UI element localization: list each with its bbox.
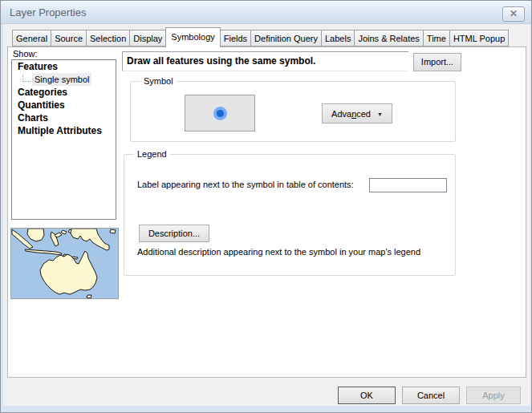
cancel-button[interactable]: Cancel bbox=[402, 387, 460, 404]
window-title: Layer Properties bbox=[10, 6, 86, 18]
close-button[interactable]: ✕ bbox=[502, 6, 525, 22]
tab-definition-query[interactable]: Definition Query bbox=[251, 30, 322, 47]
import-button[interactable]: Import... bbox=[413, 53, 461, 71]
symbol-group-label: Symbol bbox=[140, 75, 177, 87]
symbol-preview-button[interactable] bbox=[185, 95, 255, 132]
tab-time[interactable]: Time bbox=[424, 30, 450, 47]
tab-source[interactable]: Source bbox=[51, 30, 87, 47]
close-icon: ✕ bbox=[510, 8, 518, 19]
show-item-multiple-attributes[interactable]: Multiple Attributes bbox=[12, 124, 116, 137]
legend-groupbox: Legend Label appearing next to the symbo… bbox=[124, 154, 456, 276]
dropdown-arrow-icon: ▼ bbox=[377, 111, 383, 117]
legend-label-input[interactable] bbox=[369, 178, 447, 192]
tab-general[interactable]: General bbox=[12, 30, 51, 47]
tab-html-popup[interactable]: HTML Popup bbox=[450, 30, 509, 47]
selected-item-label: Single symbol bbox=[32, 73, 91, 86]
show-label: Show: bbox=[13, 49, 38, 59]
description-button[interactable]: Description... bbox=[139, 225, 209, 242]
layer-properties-dialog: Layer Properties ✕ General Source Select… bbox=[0, 0, 532, 413]
show-item-charts[interactable]: Charts bbox=[12, 111, 116, 124]
drawing-method-heading: Draw all features using the same symbol. bbox=[122, 51, 408, 71]
legend-label-caption: Label appearing next to the symbol in ta… bbox=[137, 180, 354, 189]
dialog-content: General Source Selection Display Symbolo… bbox=[3, 24, 530, 406]
titlebar[interactable]: Layer Properties ✕ bbox=[1, 1, 531, 24]
symbology-tab-page: Show: Features Single symbol Categories … bbox=[7, 47, 526, 378]
advanced-label: Advanced bbox=[331, 109, 371, 119]
show-tree-list: Features Single symbol Categories Quanti… bbox=[11, 59, 116, 220]
tab-strip: General Source Selection Display Symbolo… bbox=[12, 27, 509, 47]
show-item-features[interactable]: Features bbox=[12, 60, 116, 73]
point-symbol-icon bbox=[213, 107, 227, 120]
legend-group-label: Legend bbox=[134, 148, 170, 160]
tab-joins-relates[interactable]: Joins & Relates bbox=[355, 30, 423, 47]
symbol-groupbox: Symbol Advanced ▼ bbox=[130, 81, 456, 142]
show-item-single-symbol[interactable]: Single symbol bbox=[12, 73, 116, 86]
point-symbol-core bbox=[217, 110, 224, 117]
show-item-categories[interactable]: Categories bbox=[12, 86, 116, 99]
apply-button[interactable]: Apply bbox=[466, 387, 521, 404]
ok-button[interactable]: OK bbox=[338, 387, 396, 404]
show-item-quantities[interactable]: Quantities bbox=[12, 99, 116, 111]
tab-selection[interactable]: Selection bbox=[87, 30, 130, 47]
tab-symbology[interactable]: Symbology bbox=[165, 27, 220, 47]
legend-additional-caption: Additional description appearing next to… bbox=[137, 247, 420, 257]
tab-labels[interactable]: Labels bbox=[322, 30, 355, 47]
advanced-dropdown-button[interactable]: Advanced ▼ bbox=[322, 103, 392, 123]
map-preview bbox=[10, 228, 119, 299]
tab-display[interactable]: Display bbox=[130, 30, 166, 47]
tab-fields[interactable]: Fields bbox=[221, 30, 251, 47]
tree-branch-icon bbox=[22, 75, 30, 82]
